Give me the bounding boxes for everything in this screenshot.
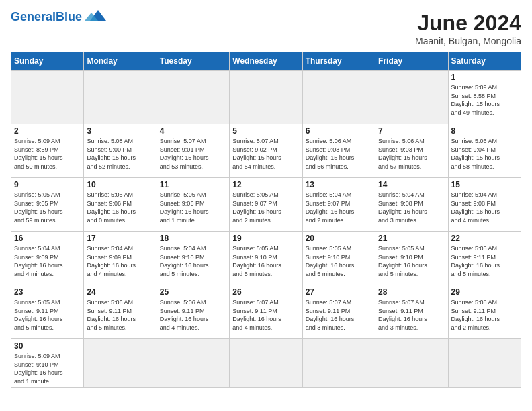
day-info: Sunrise: 5:04 AMSunset: 9:08 PMDaylight:…: [378, 191, 445, 224]
table-row: 27Sunrise: 5:07 AMSunset: 9:11 PMDayligh…: [302, 285, 375, 339]
calendar-subtitle: Maanit, Bulgan, Mongolia: [415, 36, 521, 46]
table-row: [84, 339, 157, 388]
table-row: [157, 71, 229, 124]
table-row: 22Sunrise: 5:05 AMSunset: 9:11 PMDayligh…: [448, 232, 521, 285]
day-info: Sunrise: 5:04 AMSunset: 9:09 PMDaylight:…: [87, 244, 153, 278]
table-row: 10Sunrise: 5:05 AMSunset: 9:06 PMDayligh…: [84, 178, 157, 232]
table-row: 29Sunrise: 5:08 AMSunset: 9:11 PMDayligh…: [448, 285, 521, 339]
calendar-row: 1Sunrise: 5:09 AMSunset: 8:58 PMDaylight…: [11, 71, 521, 124]
day-info: Sunrise: 5:05 AMSunset: 9:11 PMDaylight:…: [451, 244, 518, 278]
table-row: [230, 339, 302, 388]
day-number: 20: [306, 234, 372, 243]
table-row: 28Sunrise: 5:07 AMSunset: 9:11 PMDayligh…: [375, 285, 448, 339]
day-info: Sunrise: 5:04 AMSunset: 9:08 PMDaylight:…: [451, 191, 518, 224]
page-header: GeneralBlue June 2024 Maanit, Bulgan, Mo…: [11, 11, 521, 46]
day-info: Sunrise: 5:07 AMSunset: 9:11 PMDaylight:…: [306, 298, 372, 332]
day-number: 9: [14, 180, 81, 189]
day-number: 8: [451, 126, 518, 136]
calendar-row: 16Sunrise: 5:04 AMSunset: 9:09 PMDayligh…: [11, 232, 521, 285]
day-info: Sunrise: 5:05 AMSunset: 9:10 PMDaylight:…: [306, 244, 372, 278]
day-info: Sunrise: 5:05 AMSunset: 9:10 PMDaylight:…: [378, 244, 445, 278]
calendar-row: 9Sunrise: 5:05 AMSunset: 9:05 PMDaylight…: [11, 178, 521, 232]
header-monday: Monday: [84, 52, 157, 71]
day-number: 29: [451, 287, 518, 297]
table-row: 9Sunrise: 5:05 AMSunset: 9:05 PMDaylight…: [11, 178, 84, 232]
table-row: [302, 339, 375, 388]
day-number: 7: [378, 126, 445, 136]
logo-text: GeneralBlue: [11, 11, 82, 24]
table-row: 26Sunrise: 5:07 AMSunset: 9:11 PMDayligh…: [230, 285, 302, 339]
day-info: Sunrise: 5:06 AMSunset: 9:11 PMDaylight:…: [160, 298, 226, 332]
header-thursday: Thursday: [302, 52, 375, 71]
day-number: 2: [14, 126, 81, 136]
day-number: 18: [160, 234, 226, 243]
day-info: Sunrise: 5:06 AMSunset: 9:04 PMDaylight:…: [451, 137, 518, 171]
table-row: [302, 71, 375, 124]
day-info: Sunrise: 5:06 AMSunset: 9:03 PMDaylight:…: [306, 137, 372, 171]
day-info: Sunrise: 5:04 AMSunset: 9:09 PMDaylight:…: [14, 244, 81, 278]
day-number: 11: [160, 180, 226, 189]
day-info: Sunrise: 5:09 AMSunset: 8:58 PMDaylight:…: [451, 83, 518, 117]
day-number: 27: [306, 287, 372, 297]
day-info: Sunrise: 5:07 AMSunset: 9:11 PMDaylight:…: [232, 298, 299, 332]
table-row: [230, 71, 302, 124]
day-info: Sunrise: 5:09 AMSunset: 8:59 PMDaylight:…: [14, 137, 81, 171]
day-number: 21: [378, 234, 445, 243]
day-number: 26: [232, 287, 299, 297]
day-info: Sunrise: 5:08 AMSunset: 9:11 PMDaylight:…: [451, 298, 518, 332]
table-row: [448, 339, 521, 388]
table-row: 24Sunrise: 5:06 AMSunset: 9:11 PMDayligh…: [84, 285, 157, 339]
day-info: Sunrise: 5:04 AMSunset: 9:10 PMDaylight:…: [160, 244, 226, 278]
day-number: 23: [14, 287, 81, 297]
day-info: Sunrise: 5:07 AMSunset: 9:01 PMDaylight:…: [160, 137, 226, 171]
table-row: [11, 71, 84, 124]
day-info: Sunrise: 5:05 AMSunset: 9:10 PMDaylight:…: [232, 244, 299, 278]
table-row: [375, 71, 448, 124]
calendar-row: 30Sunrise: 5:09 AMSunset: 9:10 PMDayligh…: [11, 339, 521, 388]
day-number: 15: [451, 180, 518, 189]
day-number: 24: [87, 287, 153, 297]
day-info: Sunrise: 5:05 AMSunset: 9:11 PMDaylight:…: [14, 298, 81, 332]
table-row: 6Sunrise: 5:06 AMSunset: 9:03 PMDaylight…: [302, 124, 375, 178]
calendar-row: 23Sunrise: 5:05 AMSunset: 9:11 PMDayligh…: [11, 285, 521, 339]
header-friday: Friday: [375, 52, 448, 71]
table-row: 8Sunrise: 5:06 AMSunset: 9:04 PMDaylight…: [448, 124, 521, 178]
day-info: Sunrise: 5:05 AMSunset: 9:06 PMDaylight:…: [160, 191, 226, 224]
day-info: Sunrise: 5:05 AMSunset: 9:05 PMDaylight:…: [14, 191, 81, 224]
calendar-row: 2Sunrise: 5:09 AMSunset: 8:59 PMDaylight…: [11, 124, 521, 178]
table-row: 4Sunrise: 5:07 AMSunset: 9:01 PMDaylight…: [157, 124, 229, 178]
table-row: 17Sunrise: 5:04 AMSunset: 9:09 PMDayligh…: [84, 232, 157, 285]
day-info: Sunrise: 5:09 AMSunset: 9:10 PMDaylight:…: [14, 352, 81, 385]
table-row: 11Sunrise: 5:05 AMSunset: 9:06 PMDayligh…: [157, 178, 229, 232]
table-row: 21Sunrise: 5:05 AMSunset: 9:10 PMDayligh…: [375, 232, 448, 285]
day-number: 3: [87, 126, 153, 136]
day-number: 5: [232, 126, 299, 136]
table-row: 15Sunrise: 5:04 AMSunset: 9:08 PMDayligh…: [448, 178, 521, 232]
calendar-table: Sunday Monday Tuesday Wednesday Thursday…: [11, 52, 521, 388]
table-row: 1Sunrise: 5:09 AMSunset: 8:58 PMDaylight…: [448, 71, 521, 124]
day-number: 12: [232, 180, 299, 189]
day-number: 16: [14, 234, 81, 243]
table-row: 7Sunrise: 5:06 AMSunset: 9:03 PMDaylight…: [375, 124, 448, 178]
day-number: 4: [160, 126, 226, 136]
table-row: 12Sunrise: 5:05 AMSunset: 9:07 PMDayligh…: [230, 178, 302, 232]
table-row: 19Sunrise: 5:05 AMSunset: 9:10 PMDayligh…: [230, 232, 302, 285]
day-number: 25: [160, 287, 226, 297]
table-row: [84, 71, 157, 124]
table-row: [157, 339, 229, 388]
day-number: 6: [306, 126, 372, 136]
day-info: Sunrise: 5:08 AMSunset: 9:00 PMDaylight:…: [87, 137, 153, 171]
header-sunday: Sunday: [11, 52, 84, 71]
day-info: Sunrise: 5:05 AMSunset: 9:07 PMDaylight:…: [232, 191, 299, 224]
day-number: 10: [87, 180, 153, 189]
day-number: 14: [378, 180, 445, 189]
day-number: 22: [451, 234, 518, 243]
header-wednesday: Wednesday: [230, 52, 302, 71]
table-row: 13Sunrise: 5:04 AMSunset: 9:07 PMDayligh…: [302, 178, 375, 232]
table-row: 2Sunrise: 5:09 AMSunset: 8:59 PMDaylight…: [11, 124, 84, 178]
table-row: 30Sunrise: 5:09 AMSunset: 9:10 PMDayligh…: [11, 339, 84, 388]
table-row: 20Sunrise: 5:05 AMSunset: 9:10 PMDayligh…: [302, 232, 375, 285]
day-info: Sunrise: 5:07 AMSunset: 9:02 PMDaylight:…: [232, 137, 299, 171]
header-saturday: Saturday: [448, 52, 521, 71]
logo: GeneralBlue: [11, 11, 106, 24]
